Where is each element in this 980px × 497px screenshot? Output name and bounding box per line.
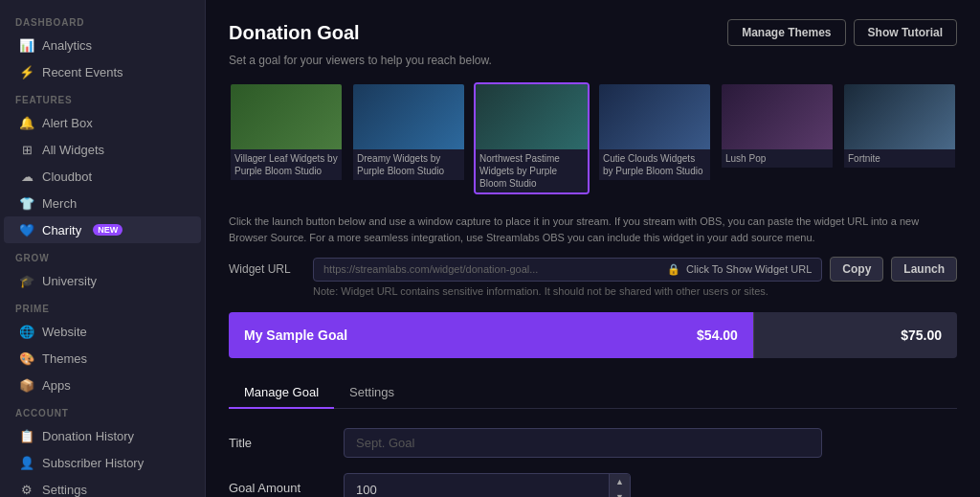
widget-thumb-img-3	[599, 84, 712, 149]
goal-progress-bar: My Sample Goal $54.00	[229, 312, 753, 358]
page-subtitle: Set a goal for your viewers to help you …	[229, 54, 957, 67]
goal-target: $75.00	[753, 312, 957, 358]
goal-amount-increment[interactable]: ▲	[610, 474, 630, 489]
prime-section-label: Prime	[0, 294, 205, 318]
tab-manage-goal[interactable]: Manage Goal	[229, 377, 334, 409]
apps-icon: 📦	[19, 377, 34, 393]
goal-amount-input[interactable]	[345, 476, 609, 498]
widget-thumb-1[interactable]: Dreamy Widgets by Purple Bloom Studio	[351, 82, 466, 194]
goal-name: My Sample Goal	[244, 328, 347, 343]
tab-settings[interactable]: Settings	[334, 377, 410, 409]
sidebar-item-university[interactable]: 🎓 University	[4, 267, 201, 294]
tabs-row: Manage GoalSettings	[229, 377, 957, 409]
university-icon: 🎓	[19, 273, 34, 288]
page-header: Donation Goal Manage Themes Show Tutoria…	[229, 19, 957, 46]
widget-thumb-label-4: Lush Pop	[722, 149, 833, 168]
goal-target-amount: $75.00	[901, 328, 942, 343]
widget-thumb-img-2	[476, 84, 590, 149]
goal-amount-label: Goal Amount	[229, 473, 324, 495]
url-input-wrap: https://streamlabs.com/widget/donation-g…	[313, 258, 822, 282]
widget-thumb-label-5: Fortnite	[844, 149, 955, 168]
settings-icon: ⚙	[19, 482, 34, 497]
widget-thumb-4[interactable]: Lush Pop	[720, 82, 835, 194]
widget-thumb-label-3: Cutie Clouds Widgets by Purple Bloom Stu…	[599, 149, 710, 180]
features-section-label: Features	[0, 85, 205, 109]
widget-thumb-img-4	[722, 84, 835, 149]
donation-history-label: Donation History	[42, 429, 134, 443]
url-row: Widget URL https://streamlabs.com/widget…	[229, 257, 957, 282]
widget-thumb-img-1	[353, 84, 466, 149]
alert-box-icon: 🔔	[19, 115, 34, 130]
form-row-goal-amount: Goal Amount ▲ ▼	[229, 473, 957, 497]
url-input-text: https://streamlabs.com/widget/donation-g…	[323, 263, 661, 275]
all-widgets-icon: ⊞	[19, 142, 34, 157]
all-widgets-label: All Widgets	[42, 143, 104, 157]
header-buttons: Manage Themes Show Tutorial	[727, 19, 957, 46]
form-row-title: Title	[229, 428, 957, 458]
subscriber-history-label: Subscriber History	[42, 456, 144, 470]
cloudbot-icon: ☁	[19, 169, 34, 184]
goal-current-amount: $54.00	[697, 328, 738, 343]
page-title: Donation Goal	[229, 22, 360, 44]
settings-label: Settings	[42, 483, 87, 497]
widget-thumb-img-0	[231, 84, 344, 149]
main-content: Donation Goal Manage Themes Show Tutoria…	[206, 0, 980, 497]
recent-events-label: Recent Events	[42, 65, 123, 79]
sidebar-item-merch[interactable]: 👕 Merch	[4, 190, 201, 216]
merch-icon: 👕	[19, 195, 34, 211]
sidebar-item-alert-box[interactable]: 🔔 Alert Box	[4, 109, 201, 136]
charity-label: Charity	[42, 223, 81, 237]
manage-themes-button[interactable]: Manage Themes	[727, 19, 845, 46]
themes-label: Themes	[42, 351, 87, 366]
account-section-label: Account	[0, 398, 205, 422]
goal-amount-spinner-wrap: ▲ ▼	[344, 473, 631, 497]
widget-thumb-2[interactable]: Northwest Pastime Widgets by Purple Bloo…	[474, 82, 590, 194]
alert-box-label: Alert Box	[42, 116, 93, 130]
show-tutorial-button[interactable]: Show Tutorial	[854, 19, 957, 46]
widget-gallery: Villager Leaf Widgets by Purple Bloom St…	[229, 82, 957, 198]
widget-thumb-3[interactable]: Cutie Clouds Widgets by Purple Bloom Stu…	[597, 82, 712, 194]
widget-thumb-5[interactable]: Fortnite	[842, 82, 957, 194]
apps-label: Apps	[42, 378, 71, 393]
grow-section-label: Grow	[0, 243, 205, 267]
widget-thumb-img-5	[844, 84, 957, 149]
analytics-icon: 📊	[19, 37, 34, 53]
sidebar-item-analytics[interactable]: 📊 Analytics	[4, 32, 201, 58]
website-icon: 🌐	[19, 324, 34, 339]
lock-icon: 🔒	[667, 263, 680, 276]
sidebar-item-subscriber-history[interactable]: 👤 Subscriber History	[4, 449, 201, 476]
widget-info-line: Click the launch button below and use a …	[229, 214, 957, 245]
cloudbot-label: Cloudbot	[42, 169, 92, 184]
url-label: Widget URL	[229, 262, 305, 276]
website-label: Website	[42, 325, 87, 339]
merch-label: Merch	[42, 196, 77, 211]
sidebar-item-cloudbot[interactable]: ☁ Cloudbot	[4, 163, 201, 190]
dashboard-section-label: Dashboard	[0, 8, 205, 32]
sidebar-item-website[interactable]: 🌐 Website	[4, 318, 201, 345]
charity-new-badge: New	[93, 224, 122, 236]
recent-events-icon: ⚡	[19, 64, 34, 79]
title-input[interactable]	[344, 428, 822, 458]
title-label: Title	[229, 428, 324, 450]
widget-thumb-label-1: Dreamy Widgets by Purple Bloom Studio	[353, 149, 464, 180]
charity-icon: 💙	[19, 222, 34, 237]
sidebar-item-charity[interactable]: 💙 Charity New	[4, 216, 201, 243]
widget-thumb-label-0: Villager Leaf Widgets by Purple Bloom St…	[231, 149, 342, 180]
themes-icon: 🎨	[19, 350, 34, 366]
sidebar: Dashboard 📊 Analytics ⚡ Recent Events Fe…	[0, 0, 206, 497]
sidebar-item-settings[interactable]: ⚙ Settings	[4, 476, 201, 497]
widget-thumb-label-2: Northwest Pastime Widgets by Purple Bloo…	[476, 149, 588, 192]
sidebar-item-apps[interactable]: 📦 Apps	[4, 372, 201, 398]
show-url-button[interactable]: Click To Show Widget URL	[686, 263, 812, 275]
copy-button[interactable]: Copy	[830, 257, 883, 282]
sidebar-item-themes[interactable]: 🎨 Themes	[4, 345, 201, 372]
goal-preview: My Sample Goal $54.00 $75.00	[229, 312, 957, 358]
launch-button[interactable]: Launch	[891, 257, 957, 282]
sidebar-item-all-widgets[interactable]: ⊞ All Widgets	[4, 136, 201, 163]
widget-thumb-0[interactable]: Villager Leaf Widgets by Purple Bloom St…	[229, 82, 344, 194]
sidebar-item-donation-history[interactable]: 📋 Donation History	[4, 422, 201, 449]
donation-history-icon: 📋	[19, 428, 34, 443]
goal-amount-decrement[interactable]: ▼	[610, 489, 630, 497]
sidebar-item-recent-events[interactable]: ⚡ Recent Events	[4, 58, 201, 85]
university-label: University	[42, 274, 97, 288]
